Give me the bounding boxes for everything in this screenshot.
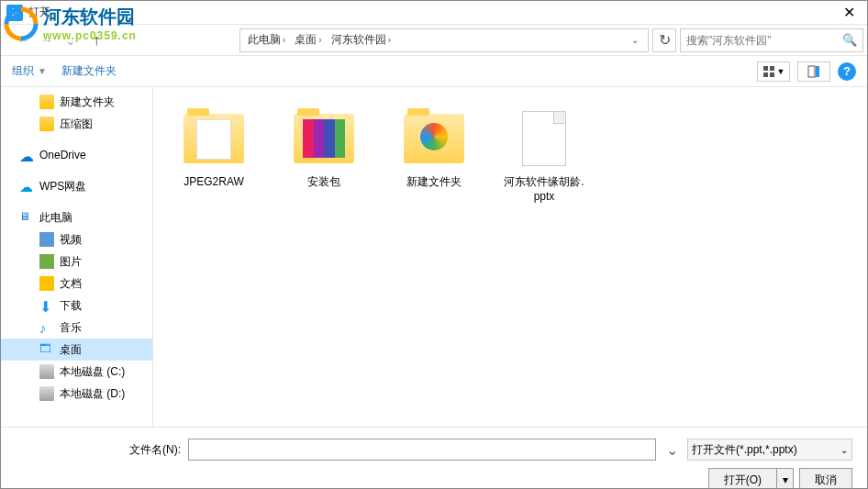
svg-rect-0 <box>763 66 768 71</box>
open-button[interactable]: 打开(O) <box>708 468 777 489</box>
file-label: JPEG2RAW <box>184 175 244 190</box>
sidebar-item-desktop[interactable]: 🗔桌面 <box>1 339 152 361</box>
sidebar-item-label: OneDrive <box>39 149 86 161</box>
filename-label: 文件名(N): <box>16 442 181 458</box>
sidebar-item-label: 本地磁盘 (D:) <box>60 386 125 402</box>
svg-rect-4 <box>808 66 815 77</box>
sidebar[interactable]: 新建文件夹压缩图☁OneDrive☁WPS网盘🖥此电脑视频图片文档⬇下载♪音乐🗔… <box>1 87 153 427</box>
search-icon[interactable]: 🔍 <box>842 33 857 47</box>
filename-input[interactable] <box>188 439 656 461</box>
new-folder-button[interactable]: 新建文件夹 <box>61 63 117 79</box>
sidebar-item-label: 图片 <box>60 254 82 270</box>
file-label: 河东软件缘胡龄.pptx <box>502 175 586 204</box>
open-dropdown[interactable]: ▾ <box>777 468 794 489</box>
sidebar-item-onedrive[interactable]: ☁OneDrive <box>1 144 152 166</box>
nav-up-button[interactable]: ↑ <box>85 29 107 51</box>
sidebar-item-folder[interactable]: 压缩图 <box>1 113 152 135</box>
file-item[interactable]: JPEG2RAW <box>168 102 260 194</box>
footer: 文件名(N): ⌄ 打开文件(*.ppt,*.pptx)⌄ 打开(O) ▾ 取消 <box>1 427 867 489</box>
file-thumb <box>401 106 467 172</box>
filename-dropdown[interactable]: ⌄ <box>663 441 680 459</box>
sidebar-item-video[interactable]: 视频 <box>1 228 152 250</box>
app-icon: P <box>6 5 23 21</box>
sidebar-item-disk[interactable]: 本地磁盘 (D:) <box>1 383 152 405</box>
main-area: 新建文件夹压缩图☁OneDrive☁WPS网盘🖥此电脑视频图片文档⬇下载♪音乐🗔… <box>1 87 867 427</box>
breadcrumb-dropdown[interactable]: ⌄ <box>626 35 644 45</box>
refresh-button[interactable]: ↻ <box>652 28 676 52</box>
file-label: 安装包 <box>307 175 340 190</box>
sidebar-item-disk[interactable]: 本地磁盘 (C:) <box>1 361 152 383</box>
titlebar: P 打开 ✕ <box>1 1 867 25</box>
sidebar-item-label: 视频 <box>60 232 82 248</box>
breadcrumb[interactable]: 此电脑› 桌面› 河东软件园› ⌄ <box>239 28 649 52</box>
navbar: ← → ⌄ ↑ 此电脑› 桌面› 河东软件园› ⌄ ↻ 🔍 <box>1 25 867 56</box>
breadcrumb-item[interactable]: 河东软件园› <box>328 32 396 48</box>
sidebar-item-music[interactable]: ♪音乐 <box>1 317 152 339</box>
sidebar-item-wps[interactable]: ☁WPS网盘 <box>1 175 152 197</box>
sidebar-item-label: 本地磁盘 (C:) <box>60 364 125 380</box>
search-box[interactable]: 🔍 <box>680 28 863 52</box>
sidebar-item-label: 音乐 <box>60 320 82 336</box>
nav-recent-button[interactable]: ⌄ <box>60 29 82 51</box>
filetype-select[interactable]: 打开文件(*.ppt,*.pptx)⌄ <box>687 439 852 461</box>
close-button[interactable]: ✕ <box>830 1 867 25</box>
nav-forward-button[interactable]: → <box>36 29 58 51</box>
sidebar-item-doc[interactable]: 文档 <box>1 272 152 295</box>
sidebar-item-dl[interactable]: ⬇下载 <box>1 295 152 317</box>
preview-pane-button[interactable] <box>797 61 830 82</box>
file-thumb <box>291 106 357 172</box>
file-label: 新建文件夹 <box>406 175 462 190</box>
sidebar-item-label: 文档 <box>60 276 82 292</box>
sidebar-item-label: WPS网盘 <box>39 179 86 194</box>
file-list[interactable]: JPEG2RAW安装包新建文件夹河东软件缘胡龄.pptx <box>153 87 867 427</box>
file-thumb <box>181 106 247 172</box>
window-title: 打开 <box>28 5 830 20</box>
sidebar-item-label: 此电脑 <box>39 210 72 226</box>
sidebar-item-label: 下载 <box>60 298 82 314</box>
file-thumb <box>511 106 577 172</box>
svg-rect-1 <box>770 66 774 71</box>
help-button[interactable]: ? <box>838 62 856 81</box>
sidebar-item-label: 桌面 <box>60 342 82 358</box>
cancel-button[interactable]: 取消 <box>799 468 852 489</box>
nav-back-button[interactable]: ← <box>12 29 34 51</box>
organize-menu[interactable]: 组织▼ <box>12 63 47 79</box>
sidebar-item-label: 新建文件夹 <box>60 94 115 110</box>
file-item[interactable]: 新建文件夹 <box>388 102 480 194</box>
sidebar-item-label: 压缩图 <box>60 117 93 132</box>
svg-rect-3 <box>770 72 774 77</box>
search-input[interactable] <box>686 34 842 47</box>
breadcrumb-item[interactable]: 此电脑› <box>244 32 291 48</box>
file-item[interactable]: 安装包 <box>278 102 370 194</box>
sidebar-item-pic[interactable]: 图片 <box>1 250 152 272</box>
sidebar-item-pc[interactable]: 🖥此电脑 <box>1 206 152 228</box>
sidebar-item-folder[interactable]: 新建文件夹 <box>1 91 152 113</box>
file-item[interactable]: 河东软件缘胡龄.pptx <box>498 102 590 207</box>
svg-rect-2 <box>763 72 768 77</box>
svg-rect-5 <box>816 66 819 77</box>
view-mode-button[interactable]: ▼ <box>757 61 790 82</box>
toolbar: 组织▼ 新建文件夹 ▼ ? <box>1 56 867 87</box>
breadcrumb-item[interactable]: 桌面› <box>291 32 327 48</box>
